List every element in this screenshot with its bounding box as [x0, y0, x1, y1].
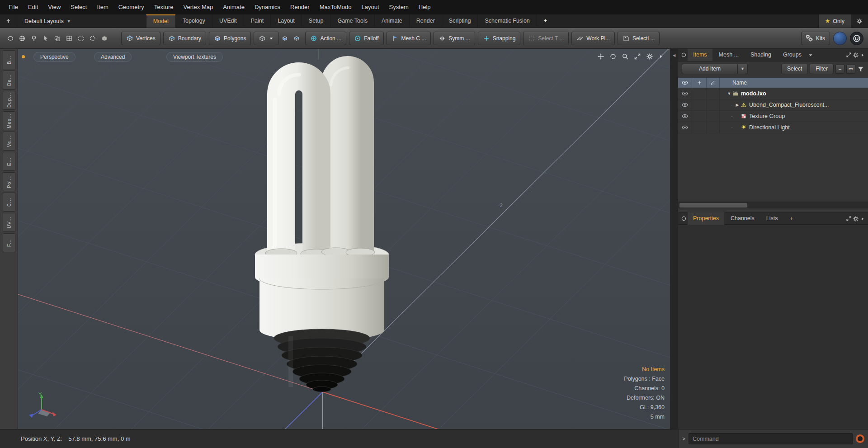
panel-more-icon[interactable] — [860, 52, 865, 58]
menu-select[interactable]: Select — [66, 0, 92, 14]
viewport-shading-button[interactable]: Advanced — [94, 52, 132, 62]
tab-schematic-fusion[interactable]: Schematic Fusion — [477, 14, 536, 28]
snapping-button[interactable]: Snapping — [478, 32, 521, 45]
tab-animate[interactable]: Animate — [374, 14, 409, 28]
tab-mesh-ops[interactable]: Mesh ... — [713, 49, 744, 61]
marquee-square-tool-icon[interactable] — [75, 32, 87, 45]
modo-logo-button[interactable] — [850, 32, 863, 45]
selection-sets-button[interactable]: Selecti ... — [618, 32, 660, 45]
tab-uvedit[interactable]: UVEdit — [212, 14, 244, 28]
orbit-icon[interactable] — [609, 53, 617, 60]
pan-icon[interactable] — [597, 53, 604, 60]
layout-up-button[interactable] — [0, 14, 17, 28]
strip-tab-deform[interactable]: De... — [3, 71, 15, 90]
strip-tab-uv[interactable]: UV... — [3, 213, 15, 232]
viewport-canvas[interactable]: Y — [18, 49, 670, 429]
item-row-texture-group[interactable]: · Texture Group — [678, 111, 868, 122]
small-tool-icon-2[interactable] — [291, 32, 302, 45]
menu-animate[interactable]: Animate — [218, 0, 250, 14]
visibility-column-eye-icon[interactable] — [682, 80, 688, 86]
tab-model[interactable]: Model — [146, 14, 175, 28]
item-list-hscrollbar[interactable] — [678, 202, 868, 208]
viewport-gear-icon[interactable] — [646, 53, 653, 60]
menu-item[interactable]: Item — [92, 0, 113, 14]
tab-paint[interactable]: Paint — [244, 14, 271, 28]
work-plane-button[interactable]: Work Pl... — [571, 32, 615, 45]
strip-tab-basic[interactable]: B... — [3, 50, 15, 69]
strip-tab-fusion[interactable]: F... — [3, 233, 15, 252]
kits-button[interactable]: Kits — [801, 32, 830, 45]
item-row-directional-light[interactable]: · Directional Light — [678, 122, 868, 133]
viewport-textures-button[interactable]: Viewport Textures — [166, 52, 223, 62]
zoom-icon[interactable] — [622, 53, 629, 60]
sphere-icon-button[interactable] — [833, 32, 847, 45]
grid-cube-tool-icon[interactable] — [63, 32, 75, 45]
maximize-icon[interactable] — [634, 53, 641, 60]
item-row-mesh[interactable]: · ▶ Ubend_Compact_Fluorescent... — [678, 99, 868, 111]
menu-geometry[interactable]: Geometry — [113, 0, 149, 14]
tab-topology[interactable]: Topology — [175, 14, 212, 28]
panel-handle-icon[interactable] — [681, 52, 687, 58]
tab-channels[interactable]: Channels — [725, 212, 760, 225]
tab-items[interactable]: Items — [688, 49, 712, 61]
strip-tab-curves[interactable]: C... — [3, 193, 15, 212]
tab-shading[interactable]: Shading — [745, 49, 777, 61]
pin-tool-icon[interactable] — [28, 32, 40, 45]
pair-rect-tool-icon[interactable] — [52, 32, 63, 45]
strip-tab-vertex[interactable]: Ve... — [3, 132, 15, 151]
tab-groups[interactable]: Groups — [778, 49, 807, 61]
panel-more-icon[interactable] — [860, 216, 865, 222]
disclosure-down-icon[interactable]: ▼ — [726, 91, 732, 96]
name-column-header[interactable]: Name — [720, 80, 747, 86]
disclosure-right-icon[interactable]: ▶ — [734, 103, 741, 107]
cursor-tool-icon[interactable] — [40, 32, 52, 45]
menu-render[interactable]: Render — [285, 0, 315, 14]
command-input[interactable] — [689, 433, 853, 444]
add-item-caret-button[interactable]: ▼ — [738, 64, 748, 74]
symmetry-button[interactable]: Symm ... — [434, 32, 475, 45]
eye-icon[interactable] — [682, 102, 688, 108]
eye-icon[interactable] — [682, 90, 688, 97]
action-center-button[interactable]: Action ... — [305, 32, 346, 45]
menu-dynamics[interactable]: Dynamics — [250, 0, 285, 14]
panel-gear-icon[interactable] — [853, 216, 859, 222]
marquee-circle-tool-icon[interactable] — [87, 32, 99, 45]
layout-switcher[interactable]: Default Layouts ▼ — [17, 14, 78, 28]
command-history-icon[interactable] — [856, 434, 864, 443]
select-through-button[interactable]: Select T ... — [523, 32, 569, 45]
scrollbar-thumb[interactable] — [679, 203, 747, 207]
strip-tab-duplicate[interactable]: Dup... — [3, 91, 15, 110]
polygons-mode-button[interactable]: Polygons — [209, 32, 251, 45]
menu-layout[interactable]: Layout — [356, 0, 384, 14]
collapse-all-button[interactable]: − — [835, 65, 844, 74]
tab-setup[interactable]: Setup — [302, 14, 330, 28]
menu-edit[interactable]: Edit — [23, 0, 43, 14]
only-toggle[interactable]: ★ Only — [818, 14, 851, 28]
vertices-mode-button[interactable]: Vertices — [121, 32, 160, 45]
menu-file[interactable]: File — [4, 0, 23, 14]
menu-maxtomodo[interactable]: MaxToModo — [315, 0, 357, 14]
mesh-constraint-button[interactable]: Mesh C ... — [387, 32, 431, 45]
panel-splitter[interactable]: ◀ — [670, 49, 678, 429]
viewport-more-icon[interactable] — [658, 54, 664, 59]
add-column-plus-icon[interactable] — [697, 80, 702, 85]
panel-handle-icon[interactable] — [681, 216, 687, 222]
strip-tab-edge[interactable]: E... — [3, 152, 15, 171]
select-button[interactable]: Select — [781, 64, 808, 74]
tab-layout[interactable]: Layout — [270, 14, 302, 28]
solid-cube-tool-icon[interactable] — [99, 32, 110, 45]
strip-tab-polygon[interactable]: Pol... — [3, 172, 15, 191]
expand-panel-icon[interactable] — [846, 216, 852, 222]
tab-scripting[interactable]: Scripting — [442, 14, 478, 28]
menu-texture[interactable]: Texture — [149, 0, 179, 14]
menu-vertex-map[interactable]: Vertex Map — [178, 0, 218, 14]
boundary-mode-button[interactable]: Boundary — [163, 32, 206, 45]
layout-bar-gear-button[interactable] — [851, 14, 868, 28]
tab-render[interactable]: Render — [409, 14, 442, 28]
3d-viewport[interactable]: Y Perspective Advanced Viewport Textures… — [18, 49, 670, 429]
filter-button[interactable]: Filter — [810, 64, 834, 74]
falloff-button[interactable]: Falloff — [349, 32, 383, 45]
eye-icon[interactable] — [682, 124, 688, 131]
tab-game-tools[interactable]: Game Tools — [330, 14, 374, 28]
eye-icon[interactable] — [682, 113, 688, 119]
